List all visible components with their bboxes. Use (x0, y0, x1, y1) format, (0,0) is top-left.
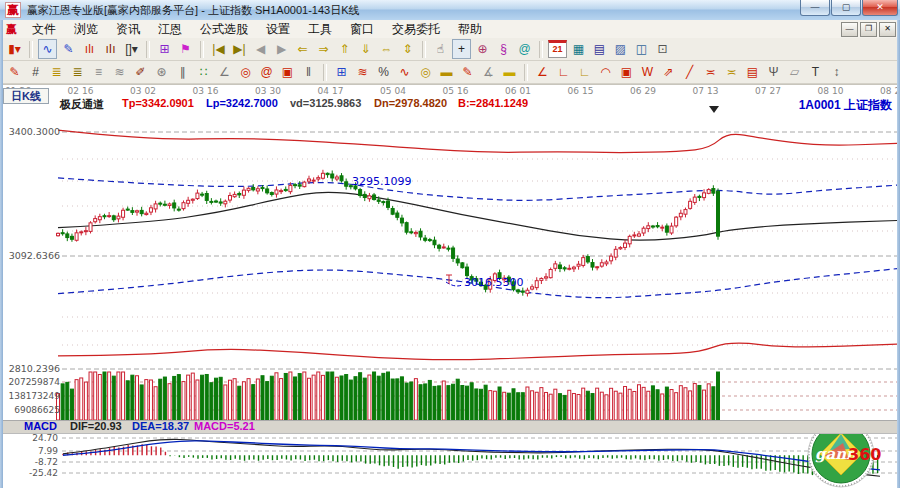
date-label-2: 03 02 (130, 86, 156, 96)
pan-up-icon[interactable]: ⇑ (335, 39, 354, 59)
menu-item-8[interactable]: 交易委托 (383, 22, 449, 36)
angle-tool-icon[interactable]: ∠ (215, 62, 234, 82)
menu-item-9[interactable]: 帮助 (449, 22, 491, 36)
band-icon[interactable]: ▤ (743, 62, 762, 82)
angle-red-icon[interactable]: ∠ (533, 62, 552, 82)
menu-item-4[interactable]: 公式选股 (191, 22, 257, 36)
wheel-gold-icon[interactable]: ◎ (416, 62, 435, 82)
workstation-icon[interactable]: ⊡ (653, 39, 672, 59)
zoom-select-icon[interactable]: ⊕ (473, 39, 492, 59)
calculator-icon[interactable]: ▦ (569, 39, 588, 59)
mdi-app-icon: 赢 (6, 22, 17, 37)
golden-grid-icon[interactable]: ≣ (47, 62, 66, 82)
brush-icon[interactable]: ✐ (131, 62, 150, 82)
ruler-icon[interactable]: ▱ (785, 62, 804, 82)
pan-right-icon[interactable]: ⇒ (314, 39, 333, 59)
kline-period-icon[interactable]: ▮▾ (5, 39, 24, 59)
minimize-button[interactable]: — (800, 0, 830, 16)
mdi-minimize-button[interactable]: — (841, 22, 858, 37)
percent-lines-icon[interactable]: ≡ (89, 62, 108, 82)
price-annotation-0: 3295.1099 (352, 175, 412, 188)
grid-tool-icon[interactable]: # (26, 62, 45, 82)
gann-spiral-icon[interactable]: @ (257, 62, 276, 82)
arch-icon[interactable]: ◠ (596, 62, 615, 82)
measure-icon[interactable]: ↕ (827, 62, 846, 82)
macd-dea-line (63, 441, 880, 470)
notebook-icon[interactable]: ▤ (590, 39, 609, 59)
draw-pen-icon[interactable]: ✎ (5, 62, 24, 82)
trend-arrow-icon[interactable]: ⇗ (659, 62, 678, 82)
menu-item-3[interactable]: 江恩 (149, 22, 191, 36)
gann-target-icon[interactable]: ◎ (236, 62, 255, 82)
mdi-close-button[interactable]: ✕ (879, 22, 896, 37)
title-bar[interactable]: 赢 赢家江恩专业版[赢家内部服务平台] - 上证指数 SH1A0001-143日… (0, 0, 900, 21)
diagonal-icon[interactable]: ╱ (680, 62, 699, 82)
gold-line-icon[interactable]: ▬ (437, 62, 456, 82)
gann-box-icon[interactable]: ▣ (278, 62, 297, 82)
right-angle-icon[interactable]: ∟ (554, 62, 573, 82)
menu-item-1[interactable]: 浏览 (65, 22, 107, 36)
macd-pane-name: MACD (24, 420, 57, 432)
resistance-icon[interactable]: ≍ (701, 62, 720, 82)
kline-marks-icon[interactable]: ‖ (299, 62, 318, 82)
pan-left-icon[interactable]: ⇐ (293, 39, 312, 59)
last-bar-icon[interactable]: ▶| (230, 39, 249, 59)
gold-bar-icon[interactable]: ▬ (500, 62, 519, 82)
circle-rays-icon[interactable]: ⊛ (152, 62, 171, 82)
volume-pane-icon[interactable]: ılı (80, 39, 99, 59)
pitchfork-icon[interactable]: Ψ (764, 62, 783, 82)
zoom-out-h-icon[interactable]: ⇔ (377, 39, 396, 59)
time-divider-icon[interactable]: ∷ (194, 62, 213, 82)
channel-box-icon[interactable]: ▣ (617, 62, 636, 82)
menu-item-7[interactable]: 窗口 (341, 22, 383, 36)
volume-axis-label-2: 69086625 (14, 405, 60, 415)
indicator-pane-icon[interactable]: ıIı (101, 39, 120, 59)
crosshair-icon[interactable]: + (452, 39, 471, 59)
menu-item-6[interactable]: 工具 (299, 22, 341, 36)
pen2-icon[interactable]: ✎ (458, 62, 477, 82)
fan-red-icon[interactable]: ≋ (353, 62, 372, 82)
date-label-7: 05 16 (443, 86, 469, 96)
toolbar-separator (29, 41, 33, 58)
snapshot-icon[interactable]: ▨ (611, 39, 630, 59)
period-menu-icon[interactable]: []▾ (122, 39, 141, 59)
price-axis-label-0: 3400.3000 (9, 126, 60, 137)
save-icon[interactable]: ◫ (632, 39, 651, 59)
macd-label-strip[interactable]: MACD DIF=20.93 DEA=18.37 MACD=5.21 (0, 420, 900, 434)
pan-down-icon[interactable]: ⇓ (356, 39, 375, 59)
angle-avg-icon[interactable]: ∡ (479, 62, 498, 82)
macd-macd-value: MACD=5.21 (194, 420, 255, 432)
first-bar-icon[interactable]: |◀ (209, 39, 228, 59)
menu-item-0[interactable]: 文件 (23, 22, 65, 36)
close-button[interactable]: ✕ (862, 0, 898, 16)
matrix-icon[interactable]: ⊞ (332, 62, 351, 82)
formula-edit-icon[interactable]: ✎ (59, 39, 78, 59)
hand-tool-icon[interactable]: ☝ (431, 39, 450, 59)
main-chart-icon[interactable]: ∿ (38, 39, 57, 59)
percent-icon[interactable]: % (374, 62, 393, 82)
spiral-tool-icon[interactable]: @ (515, 39, 534, 59)
formula-tool-icon[interactable]: § (494, 39, 513, 59)
next-bar-icon[interactable]: ▶ (272, 39, 291, 59)
wave-icon[interactable]: W (638, 62, 657, 82)
prev-bar-icon[interactable]: ◀ (251, 39, 270, 59)
mdi-restore-button[interactable]: ❐ (860, 22, 877, 37)
curve-icon[interactable]: ∿ (395, 62, 414, 82)
fan-lines-icon[interactable]: ≋ (110, 62, 129, 82)
price-annotation-1: 3016.5300 (464, 276, 524, 289)
golden-grid2-icon[interactable]: ≣ (68, 62, 87, 82)
multi-view-icon[interactable]: ⊞ (155, 39, 174, 59)
menu-item-5[interactable]: 设置 (257, 22, 299, 36)
price-axis-label-1: 3092.6366 (9, 250, 60, 261)
maximize-button[interactable]: ▢ (831, 0, 861, 16)
price-axis-label-2: 2810.2396 (9, 363, 60, 374)
calendar-icon[interactable]: 21 (548, 40, 567, 58)
menu-item-2[interactable]: 资讯 (107, 22, 149, 36)
support-icon[interactable]: ≍ (722, 62, 741, 82)
application-window: { "window": { "icon": "赢", "title": "赢家江… (0, 0, 900, 488)
vertical-lines-icon[interactable]: ∥ (173, 62, 192, 82)
angle-gold-icon[interactable]: ∟ (575, 62, 594, 82)
text-tool-icon[interactable]: T (806, 62, 825, 82)
draw-flag-icon[interactable]: ⚑ (176, 39, 195, 59)
zoom-in-v-icon[interactable]: ⇕ (398, 39, 417, 59)
